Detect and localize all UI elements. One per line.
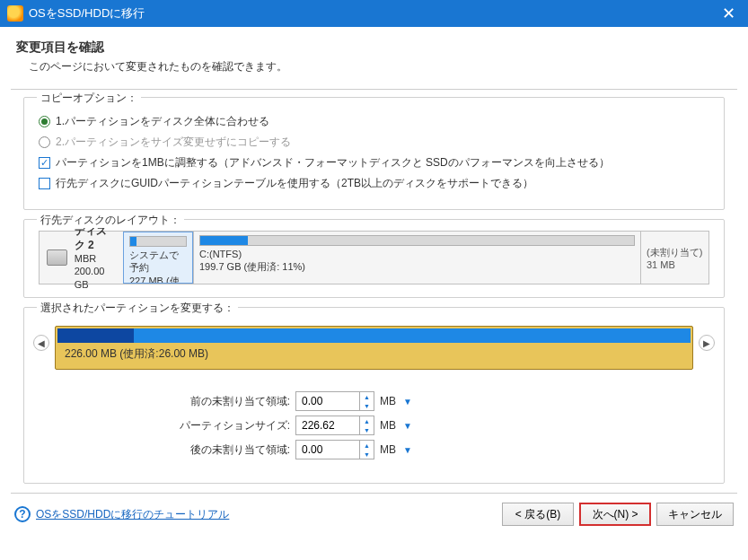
partition-label: (未割り当て) (647, 246, 703, 258)
partition-used-fill (57, 328, 134, 343)
input[interactable] (296, 392, 359, 410)
partition-label: システムで予約 (129, 249, 187, 275)
page-title: 変更項目を確認 (16, 39, 732, 56)
unit-dropdown[interactable]: ▼ (403, 421, 412, 431)
partition-sub: 31 MB (647, 258, 703, 271)
dest-layout-group: 行先ディスクのレイアウト： ディスク 2 MBR 200.00 GB システムで… (23, 219, 725, 298)
chevron-down-icon[interactable]: ▼ (360, 450, 374, 459)
option-label: 2.パーティションをサイズ変更せずにコピーする (56, 135, 291, 150)
row-space-before: 前の未割り当て領域: ▲▼ MB ▼ (164, 391, 709, 411)
next-partition-button[interactable]: ▶ (699, 335, 715, 351)
unit: MB (380, 443, 396, 456)
page-header: 変更項目を確認 このページにおいて変更されたものを確認できます。 (0, 27, 748, 83)
option-no-resize[interactable]: 2.パーティションをサイズ変更せずにコピーする (39, 135, 709, 150)
space-before-input[interactable]: ▲▼ (295, 391, 374, 411)
disk-scheme: MBR (75, 253, 96, 264)
option-align-1mb[interactable]: パーティションを1MBに調整する（アドバンスド・フォーマットディスクと SSDの… (39, 155, 709, 171)
label: パーティションサイズ: (164, 418, 290, 433)
partitions: システムで予約227 MB (使C:(NTFS)199.7 GB (使用済: 1… (123, 232, 708, 284)
close-icon[interactable]: ✕ (717, 4, 741, 23)
checkbox-icon (39, 178, 50, 189)
option-fit-disk[interactable]: 1.パーティションをディスク全体に合わせる (39, 114, 709, 129)
chevron-up-icon[interactable]: ▲ (360, 441, 374, 450)
help-icon[interactable]: ? (14, 506, 31, 522)
copy-options-legend: コピーオプション： (37, 91, 141, 106)
disk-text: ディスク 2 MBR 200.00 GB (75, 224, 116, 291)
title-bar: OSをSSD/HDDに移行 ✕ (0, 0, 748, 27)
usage-bar (129, 236, 187, 247)
cancel-button[interactable]: キャンセル (656, 503, 734, 526)
chevron-down-icon[interactable]: ▼ (360, 401, 374, 410)
spinner[interactable]: ▲▼ (359, 392, 374, 410)
partition-block[interactable]: C:(NTFS)199.7 GB (使用済: 11%) (193, 232, 640, 284)
modify-legend: 選択されたパーティションを変更する： (37, 301, 238, 316)
chevron-up-icon[interactable]: ▲ (360, 392, 374, 401)
size-controls: 前の未割り当て領域: ▲▼ MB ▼ パーティションサイズ: ▲▼ MB ▼ 後… (164, 391, 709, 459)
disk-name: ディスク 2 (75, 224, 107, 251)
checkbox-icon (39, 157, 50, 169)
partition-block[interactable]: (未割り当て)31 MB (640, 232, 708, 284)
footer: ? OSをSSD/HDDに移行のチュートリアル < 戻る(B) 次へ(N) > … (0, 494, 748, 535)
partition-label: C:(NTFS) (199, 248, 635, 260)
partition-sub: 199.7 GB (使用済: 11%) (199, 260, 635, 273)
space-after-input[interactable]: ▲▼ (295, 440, 374, 459)
next-button[interactable]: 次へ(N) > (579, 503, 651, 526)
partition-bar-label: 226.00 MB (使用済:26.00 MB) (56, 345, 692, 363)
row-partition-size: パーティションサイズ: ▲▼ MB ▼ (164, 416, 709, 435)
partition-sub: 227 MB (使 (129, 275, 187, 284)
input[interactable] (296, 441, 359, 459)
radio-icon (39, 116, 50, 127)
chevron-down-icon[interactable]: ▼ (360, 425, 374, 434)
option-label: 1.パーティションをディスク全体に合わせる (56, 114, 269, 129)
tutorial-link[interactable]: OSをSSD/HDDに移行のチュートリアル (36, 507, 229, 522)
disk-size: 200.00 GB (75, 266, 105, 289)
unit: MB (380, 419, 396, 432)
page-subtitle: このページにおいて変更されたものを確認できます。 (16, 59, 732, 74)
window-title: OSをSSD/HDDに移行 (29, 5, 717, 22)
partition-slider-area: ◀ 226.00 MB (使用済:26.00 MB) ▶ (39, 319, 709, 377)
partition-size-input[interactable]: ▲▼ (295, 416, 374, 435)
copy-options-group: コピーオプション： 1.パーティションをディスク全体に合わせる 2.パーティショ… (23, 97, 725, 210)
option-label: パーティションを1MBに調整する（アドバンスド・フォーマットディスクと SSDの… (56, 155, 610, 171)
dest-layout-legend: 行先ディスクのレイアウト： (37, 213, 184, 228)
partition-bar (57, 328, 691, 343)
option-label: 行先ディスクにGUIDパーティションテーブルを使用する（2TB以上のディスクをサ… (56, 176, 533, 191)
label: 後の未割り当て領域: (164, 442, 290, 458)
app-icon (7, 5, 23, 22)
chevron-up-icon[interactable]: ▲ (360, 416, 374, 425)
label: 前の未割り当て領域: (164, 394, 290, 409)
back-button[interactable]: < 戻る(B) (502, 503, 574, 526)
usage-bar (199, 235, 635, 246)
option-use-guid[interactable]: 行先ディスクにGUIDパーティションテーブルを使用する（2TB以上のディスクをサ… (39, 176, 709, 191)
spinner[interactable]: ▲▼ (359, 416, 374, 434)
prev-partition-button[interactable]: ◀ (33, 335, 49, 351)
unit: MB (380, 395, 396, 407)
input[interactable] (296, 416, 359, 434)
unit-dropdown[interactable]: ▼ (403, 445, 412, 455)
row-space-after: 後の未割り当て領域: ▲▼ MB ▼ (164, 440, 709, 459)
modify-partition-group: 選択されたパーティションを変更する： ◀ 226.00 MB (使用済:26.0… (23, 307, 725, 484)
partition-block[interactable]: システムで予約227 MB (使 (123, 232, 193, 284)
partition-slider[interactable]: 226.00 MB (使用済:26.00 MB) (55, 326, 693, 370)
unit-dropdown[interactable]: ▼ (403, 397, 412, 407)
disk-layout: ディスク 2 MBR 200.00 GB システムで予約227 MB (使C:(… (39, 231, 709, 284)
disk-info: ディスク 2 MBR 200.00 GB (40, 232, 123, 284)
spinner[interactable]: ▲▼ (359, 441, 374, 459)
radio-icon (39, 136, 50, 148)
disk-icon (47, 249, 67, 266)
